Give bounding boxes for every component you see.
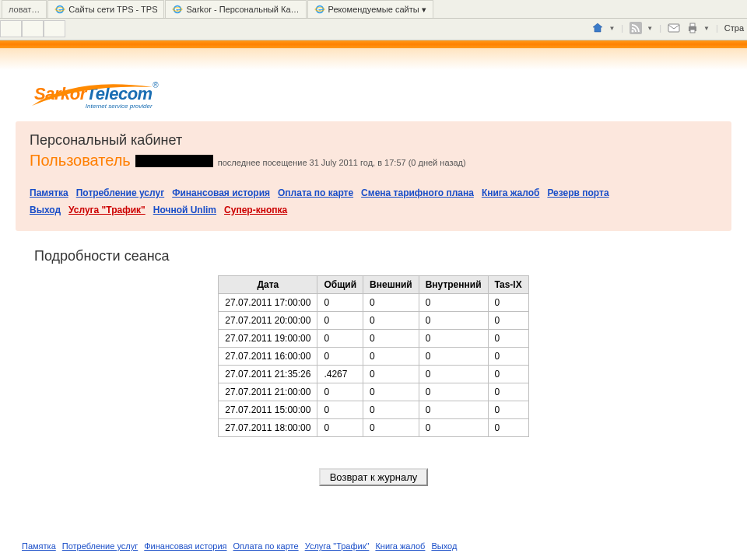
tab-label: ловат… [9, 5, 40, 14]
table-header: Tas-IX [488, 276, 528, 294]
table-cell: 0 [419, 330, 488, 348]
nav-link[interactable]: Финансовая история [172, 187, 270, 198]
logo[interactable]: ® SarkorTelecom Internet service provide… [34, 84, 153, 104]
table-cell: 0 [488, 419, 528, 437]
browser-tab[interactable]: Сайты сети TPS - TPS [47, 0, 164, 18]
footer-link[interactable]: Памятка [22, 541, 56, 551]
table-row: 27.07.2011 21:00:000000 [219, 383, 528, 401]
table-cell: 0 [363, 330, 419, 348]
svg-rect-8 [668, 24, 679, 32]
table-cell: 27.07.2011 15:00:00 [219, 401, 317, 419]
toolbar-button[interactable] [44, 20, 65, 37]
table-cell: 27.07.2011 21:00:00 [219, 383, 317, 401]
ie-icon [172, 4, 183, 15]
user-label: Пользователь [30, 152, 131, 170]
table-cell: 0 [363, 401, 419, 419]
footer-link[interactable]: Оплата по карте [233, 541, 299, 551]
footer-link[interactable]: Финансовая история [144, 541, 226, 551]
home-icon[interactable] [591, 22, 604, 34]
table-cell: 0 [363, 294, 419, 312]
nav-link[interactable]: Потребление услуг [76, 187, 164, 198]
toolbar-button[interactable] [22, 20, 44, 37]
mail-icon[interactable] [668, 22, 680, 34]
nav-link[interactable]: Памятка [30, 187, 68, 198]
nav-link[interactable]: Книга жалоб [482, 187, 540, 198]
table-header: Общий [317, 276, 363, 294]
table-cell: 27.07.2011 18:00:00 [219, 419, 317, 437]
table-cell: 0 [488, 312, 528, 330]
svg-rect-6 [630, 22, 642, 34]
nav-link[interactable]: Смена тарифного плана [361, 187, 474, 198]
table-cell: 0 [488, 330, 528, 348]
redacted-username [135, 155, 213, 167]
tab-label: Sarkor - Персональный Ка… [186, 5, 299, 14]
chevron-down-icon[interactable]: ▼ [647, 25, 653, 32]
chevron-down-icon[interactable]: ▼ [608, 25, 615, 32]
nav-link[interactable]: Резерв порта [547, 187, 608, 198]
nav-link[interactable]: Выход [30, 205, 61, 215]
table-cell: .4267 [317, 366, 363, 383]
footer-link[interactable]: Книга жалоб [375, 541, 425, 551]
table-cell: 0 [488, 383, 528, 401]
footer: ПамяткаПотребление услугФинансовая истор… [16, 541, 731, 560]
table-cell: 0 [419, 348, 488, 366]
toolbar-label[interactable]: Стра [724, 23, 744, 33]
table-cell: 0 [317, 294, 363, 312]
gradient-fade [0, 48, 747, 70]
table-cell: 0 [363, 348, 419, 366]
return-button[interactable]: Возврат к журналу [319, 468, 429, 486]
svg-rect-10 [690, 23, 695, 26]
table-row: 27.07.2011 16:00:000000 [219, 348, 528, 366]
section-title: Подробности сеанса [34, 248, 731, 264]
table-cell: 0 [317, 383, 363, 401]
footer-link[interactable]: Выход [431, 541, 457, 551]
tab-label: Сайты сети TPS - TPS [68, 5, 157, 14]
svg-rect-11 [690, 30, 695, 33]
table-cell: 0 [488, 366, 528, 383]
rss-icon[interactable] [630, 22, 642, 34]
ie-icon [314, 4, 325, 15]
logo-text-1: Sarkor [34, 84, 86, 103]
table-row: 27.07.2011 21:35:26.4267000 [219, 366, 528, 383]
table-cell: 27.07.2011 16:00:00 [219, 348, 317, 366]
browser-tab-strip: ловат… Сайты сети TPS - TPS Sarkor - Пер… [0, 0, 747, 19]
table-cell: 0 [419, 312, 488, 330]
panel-title: Персональный кабинет [30, 132, 717, 149]
table-row: 27.07.2011 19:00:000000 [219, 330, 528, 348]
browser-tab[interactable]: Sarkor - Персональный Ка… [165, 0, 306, 18]
table-cell: 27.07.2011 17:00:00 [219, 294, 317, 312]
svg-point-7 [632, 30, 634, 33]
orange-bar [0, 40, 747, 48]
table-cell: 0 [317, 312, 363, 330]
nav-link[interactable]: Услуга "Трафик" [68, 205, 146, 215]
nav-link[interactable]: Ночной Unlim [153, 205, 216, 215]
tab-label: Рекомендуемые сайты ▾ [328, 5, 426, 15]
table-cell: 0 [317, 401, 363, 419]
table-cell: 0 [317, 419, 363, 437]
table-cell: 0 [488, 294, 528, 312]
table-row: 27.07.2011 17:00:000000 [219, 294, 528, 312]
nav-link[interactable]: Супер-кнопка [224, 205, 287, 215]
table-cell: 0 [363, 366, 419, 383]
print-icon[interactable] [686, 22, 699, 34]
table-cell: 0 [419, 383, 488, 401]
browser-tab[interactable]: ловат… [2, 0, 47, 18]
logo-subtitle: Internet service provider [86, 103, 153, 110]
table-cell: 0 [419, 366, 488, 383]
logo-text-2: Telecom [86, 84, 153, 103]
nav-links: ПамяткаПотребление услугФинансовая истор… [30, 185, 717, 219]
table-header: Дата [219, 276, 317, 294]
chevron-down-icon[interactable]: ▼ [703, 25, 710, 32]
toolbar-button[interactable] [0, 20, 22, 37]
table-cell: 0 [419, 401, 488, 419]
table-cell: 0 [488, 401, 528, 419]
footer-link[interactable]: Услуга "Трафик" [305, 541, 370, 551]
logo-area: ® SarkorTelecom Internet service provide… [16, 70, 731, 112]
table-cell: 0 [419, 419, 488, 437]
nav-link[interactable]: Оплата по карте [278, 187, 353, 198]
footer-link[interactable]: Потребление услуг [62, 541, 138, 551]
table-cell: 0 [317, 330, 363, 348]
browser-tab[interactable]: Рекомендуемые сайты ▾ [307, 0, 433, 18]
table-cell: 27.07.2011 20:00:00 [219, 312, 317, 330]
table-cell: 0 [363, 383, 419, 401]
